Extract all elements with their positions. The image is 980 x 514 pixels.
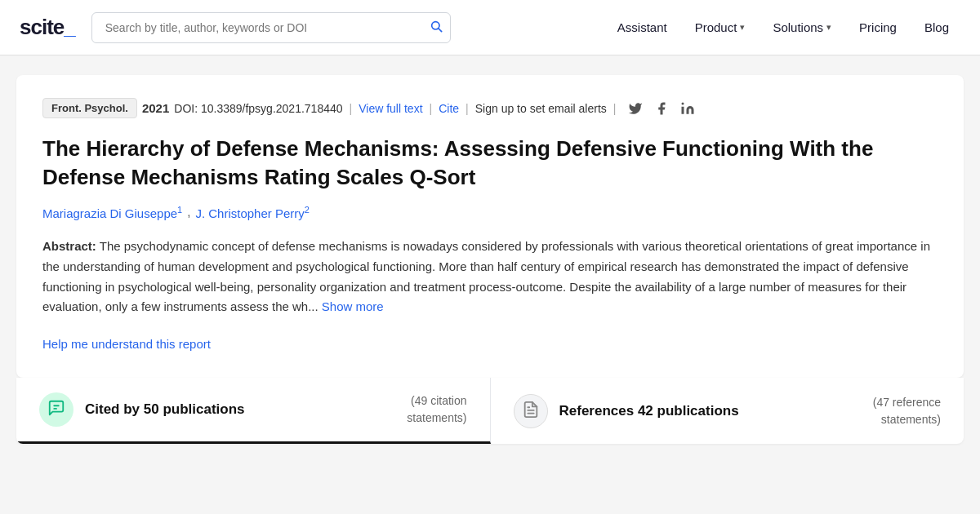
facebook-icon[interactable] xyxy=(652,99,671,118)
article-title: The Hierarchy of Defense Mechanisms: Ass… xyxy=(42,135,938,192)
twitter-icon[interactable] xyxy=(626,99,645,118)
abstract-text: The psychodynamic concept of defense mec… xyxy=(42,239,930,313)
stats-bar: Cited by 50 publications (49 citation st… xyxy=(16,378,964,444)
publication-year: 2021 xyxy=(142,101,169,115)
sep-2: | xyxy=(430,102,433,115)
svg-line-1 xyxy=(439,29,442,32)
doi-text: DOI: 10.3389/fpsyg.2021.718440 xyxy=(174,102,342,115)
search-bar xyxy=(91,12,451,43)
main-nav: Assistant Product ▾ Solutions ▾ Pricing … xyxy=(606,14,960,41)
author-1[interactable]: Mariagrazia Di Giuseppe1 xyxy=(42,205,182,220)
search-icon-button[interactable] xyxy=(430,20,443,36)
signup-text: Sign up to set email alerts xyxy=(475,102,607,115)
header: scite_ Assistant Product ▾ Solutions ▾ P… xyxy=(0,0,980,55)
journal-badge: Front. Psychol. xyxy=(42,98,137,118)
help-link[interactable]: Help me understand this report xyxy=(42,337,211,351)
sep-4: | xyxy=(613,102,617,115)
solutions-chevron-icon: ▾ xyxy=(826,22,831,33)
linkedin-icon[interactable] xyxy=(678,99,697,118)
meta-row: Front. Psychol. 2021 DOI: 10.3389/fpsyg.… xyxy=(42,98,938,118)
cited-icon-wrap xyxy=(39,392,74,427)
show-more-link[interactable]: Show more xyxy=(322,299,384,313)
cite-link[interactable]: Cite xyxy=(439,102,459,115)
sep-3: | xyxy=(466,102,469,115)
sep-1: | xyxy=(350,102,353,115)
social-icons xyxy=(626,99,697,118)
references-main: References 42 publications xyxy=(559,402,739,420)
article-card: Front. Psychol. 2021 DOI: 10.3389/fpsyg.… xyxy=(16,75,964,378)
cited-by-text-block: Cited by 50 publications xyxy=(85,401,245,419)
author-2[interactable]: J. Christopher Perry2 xyxy=(195,205,310,220)
abstract-label: Abstract: xyxy=(42,239,96,253)
references-text-block: References 42 publications xyxy=(559,402,739,420)
stats-references[interactable]: References 42 publications (47 reference… xyxy=(491,378,964,444)
nav-item-assistant[interactable]: Assistant xyxy=(606,14,679,41)
citation-icon xyxy=(47,399,65,420)
main-wrapper: Front. Psychol. 2021 DOI: 10.3389/fpsyg.… xyxy=(0,55,980,378)
references-extra: (47 reference statements) xyxy=(873,394,941,428)
abstract-section: Abstract: The psychodynamic concept of d… xyxy=(42,237,938,317)
cited-by-main: Cited by 50 publications xyxy=(85,401,245,419)
document-icon xyxy=(522,401,540,422)
logo[interactable]: scite_ xyxy=(20,15,75,40)
author-sep: , xyxy=(187,205,190,220)
cited-by-extra: (49 citation statements) xyxy=(407,392,466,427)
nav-item-solutions[interactable]: Solutions ▾ xyxy=(761,14,843,41)
view-full-text-link[interactable]: View full text xyxy=(359,102,422,115)
nav-item-blog[interactable]: Blog xyxy=(913,14,960,41)
stats-cited-by[interactable]: Cited by 50 publications (49 citation st… xyxy=(16,378,491,444)
product-chevron-icon: ▾ xyxy=(740,22,745,33)
nav-item-pricing[interactable]: Pricing xyxy=(848,14,908,41)
nav-item-product[interactable]: Product ▾ xyxy=(684,14,757,41)
references-icon-wrap xyxy=(514,394,548,428)
authors: Mariagrazia Di Giuseppe1 , J. Christophe… xyxy=(42,205,938,220)
search-input[interactable] xyxy=(91,12,451,43)
svg-point-2 xyxy=(682,102,684,104)
